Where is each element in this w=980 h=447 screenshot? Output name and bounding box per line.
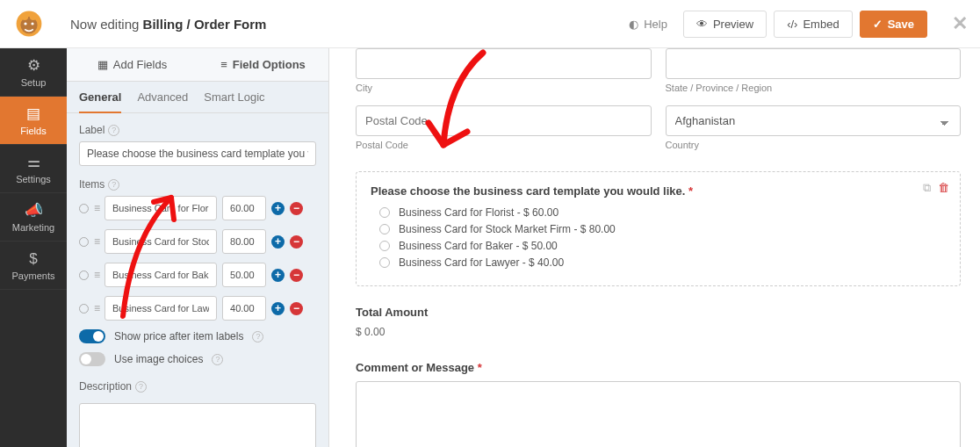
sliders-icon: ⚌ — [27, 153, 40, 171]
field-question: Please choose the business card template… — [371, 184, 946, 198]
toggle-image-choices[interactable] — [79, 352, 105, 366]
item-row: ≡+− — [79, 296, 316, 321]
remove-item-button[interactable]: − — [290, 269, 303, 282]
item-name-input[interactable] — [104, 229, 217, 254]
comment-textarea[interactable] — [356, 381, 961, 447]
nav-payments[interactable]: $Payments — [0, 242, 67, 290]
default-radio[interactable] — [79, 237, 89, 247]
drag-handle-icon[interactable]: ≡ — [94, 202, 99, 214]
tab-field-options[interactable]: ≡Field Options — [198, 48, 328, 81]
delete-icon[interactable]: 🗑 — [938, 181, 949, 195]
postal-label: Postal Code — [356, 140, 652, 150]
svg-point-4 — [24, 22, 26, 25]
radio-icon — [379, 224, 390, 234]
item-price-input[interactable] — [222, 296, 266, 321]
nav-settings[interactable]: ⚌Settings — [0, 145, 67, 193]
default-radio[interactable] — [79, 270, 89, 280]
nav-fields[interactable]: ▤Fields — [0, 97, 67, 145]
remove-item-button[interactable]: − — [290, 202, 303, 215]
grid-icon: ▦ — [97, 58, 108, 71]
label-input[interactable] — [79, 141, 316, 166]
left-nav: ⚙Setup ▤Fields ⚌Settings 📣Marketing $Pay… — [0, 48, 67, 447]
duplicate-icon[interactable]: ⧉ — [923, 181, 931, 195]
nav-setup[interactable]: ⚙Setup — [0, 48, 67, 97]
code-icon: ‹/› — [787, 18, 797, 31]
radio-icon — [379, 241, 390, 251]
item-price-input[interactable] — [222, 263, 266, 287]
remove-item-button[interactable]: − — [290, 235, 303, 249]
item-name-input[interactable] — [104, 196, 217, 220]
preview-button[interactable]: 👁 Preview — [683, 11, 767, 38]
item-row: ≡+− — [79, 196, 316, 220]
show-price-label: Show price after item labels — [114, 330, 243, 342]
add-item-button[interactable]: + — [271, 235, 285, 249]
choice-option[interactable]: Business Card for Lawyer - $ 40.00 — [379, 256, 946, 269]
radio-icon — [379, 207, 390, 218]
svg-point-5 — [31, 22, 33, 25]
choice-option[interactable]: Business Card for Florist - $ 60.00 — [379, 206, 946, 219]
total-label: Total Amount — [356, 306, 961, 319]
item-price-input[interactable] — [222, 196, 266, 220]
svg-point-2 — [21, 13, 28, 20]
help-icon[interactable]: ? — [252, 331, 263, 342]
selected-field[interactable]: ⧉ 🗑 Please choose the business card temp… — [356, 171, 961, 286]
embed-button[interactable]: ‹/› Embed — [774, 11, 852, 38]
close-icon[interactable]: ✕ — [952, 12, 968, 35]
gear-icon: ⚙ — [27, 56, 40, 75]
country-select[interactable]: Afghanistan — [666, 105, 962, 136]
fields-sidebar: ▦Add Fields ≡Field Options General Advan… — [67, 48, 329, 447]
options-icon: ≡ — [220, 58, 227, 71]
help-link[interactable]: ◐ Help — [629, 18, 667, 31]
choice-option[interactable]: Business Card for Stock Market Firm - $ … — [379, 223, 946, 235]
megaphone-icon: 📣 — [25, 201, 43, 220]
add-item-button[interactable]: + — [271, 202, 285, 215]
drag-handle-icon[interactable]: ≡ — [94, 235, 99, 248]
add-item-button[interactable]: + — [271, 269, 285, 282]
editing-label: Now editing Billing / Order Form — [70, 17, 266, 32]
total-value: $ 0.00 — [356, 326, 961, 338]
save-button[interactable]: ✓ Save — [860, 11, 927, 38]
items-caption: Items? — [79, 178, 316, 191]
add-item-button[interactable]: + — [271, 302, 285, 315]
tab-add-fields[interactable]: ▦Add Fields — [67, 48, 198, 81]
default-radio[interactable] — [79, 304, 89, 314]
state-label: State / Province / Region — [666, 83, 962, 93]
fields-icon: ▤ — [26, 105, 40, 123]
help-icon[interactable]: ? — [135, 381, 147, 393]
city-input[interactable] — [356, 48, 652, 79]
remove-item-button[interactable]: − — [290, 302, 303, 315]
help-icon[interactable]: ? — [108, 179, 119, 191]
state-input[interactable] — [666, 48, 962, 79]
comment-label: Comment or Message * — [356, 361, 961, 374]
item-name-input[interactable] — [104, 263, 217, 287]
eye-icon: 👁 — [696, 18, 708, 31]
default-radio[interactable] — [79, 204, 89, 213]
item-row: ≡+− — [79, 263, 316, 287]
description-caption: Description? — [79, 380, 316, 393]
svg-point-3 — [30, 13, 37, 20]
drag-handle-icon[interactable]: ≡ — [94, 269, 99, 281]
subtab-general[interactable]: General — [79, 90, 121, 113]
top-bar: Now editing Billing / Order Form ◐ Help … — [0, 0, 980, 48]
nav-marketing[interactable]: 📣Marketing — [0, 193, 67, 242]
subtab-advanced[interactable]: Advanced — [137, 90, 188, 112]
country-label: Country — [666, 140, 962, 150]
image-choices-label: Use image choices — [114, 353, 203, 365]
choice-option[interactable]: Business Card for Baker - $ 50.00 — [379, 240, 946, 252]
postal-input[interactable] — [356, 105, 652, 136]
app-logo — [12, 7, 46, 40]
city-label: City — [356, 83, 652, 93]
subtab-smart-logic[interactable]: Smart Logic — [204, 90, 264, 112]
toggle-show-price[interactable] — [79, 329, 105, 343]
label-caption: Label? — [79, 124, 316, 136]
help-icon: ◐ — [629, 18, 638, 31]
item-price-input[interactable] — [222, 229, 266, 254]
check-icon: ✓ — [873, 18, 883, 31]
drag-handle-icon[interactable]: ≡ — [94, 302, 99, 314]
help-icon[interactable]: ? — [212, 354, 223, 365]
description-textarea[interactable] — [79, 403, 316, 447]
help-icon[interactable]: ? — [108, 125, 119, 136]
dollar-icon: $ — [29, 250, 37, 268]
item-name-input[interactable] — [104, 296, 217, 321]
form-preview: City State / Province / Region Postal Co… — [329, 48, 980, 447]
